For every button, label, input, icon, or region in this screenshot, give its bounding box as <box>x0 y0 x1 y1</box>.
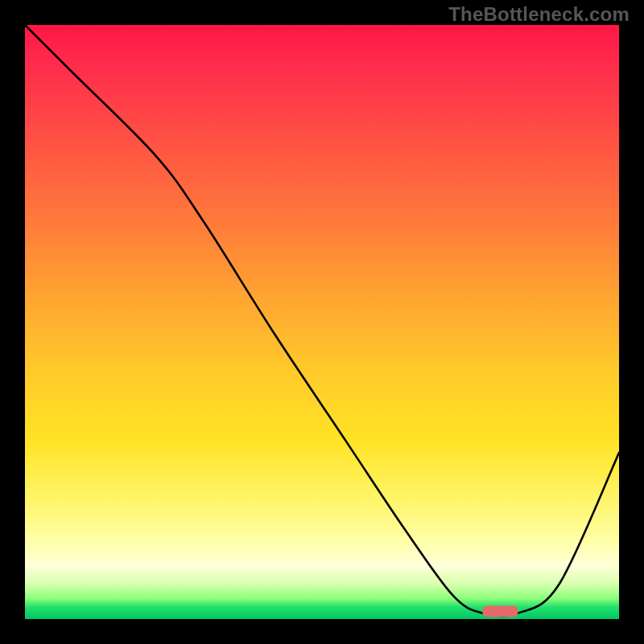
curve-svg <box>25 25 619 619</box>
optimum-marker <box>482 606 518 617</box>
chart-frame: TheBottleneck.com <box>0 0 644 644</box>
bottleneck-curve <box>25 25 619 616</box>
plot-area <box>25 25 619 619</box>
watermark-text: TheBottleneck.com <box>448 3 630 26</box>
